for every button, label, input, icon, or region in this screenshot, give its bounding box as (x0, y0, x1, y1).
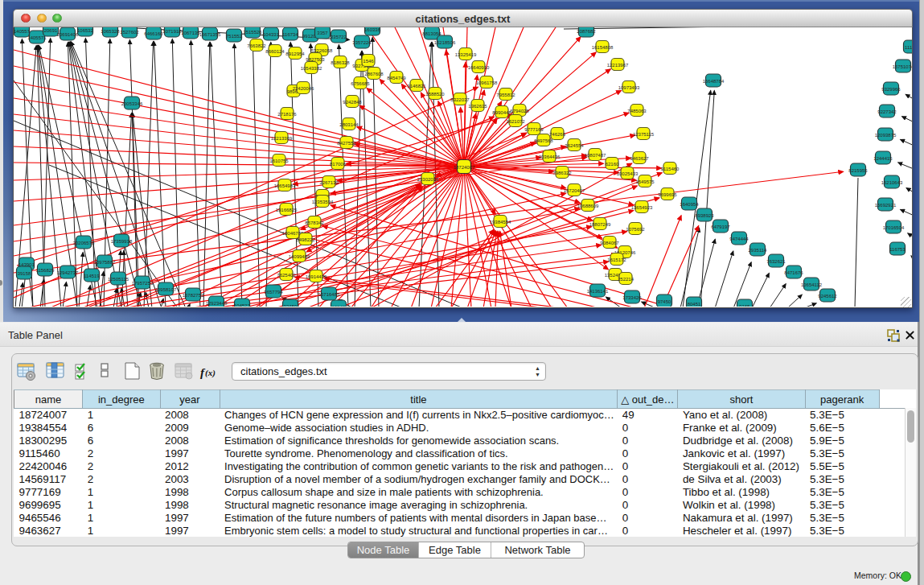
svg-text:2803144: 2803144 (339, 122, 359, 127)
svg-text:140557: 140557 (14, 29, 31, 34)
svg-text:11175: 11175 (905, 45, 912, 50)
svg-text:92450: 92450 (284, 304, 298, 307)
svg-text:15218506: 15218506 (434, 40, 456, 45)
svg-text:20206578: 20206578 (73, 241, 95, 245)
svg-text:9827503: 9827503 (306, 57, 325, 62)
svg-text:6479197: 6479197 (711, 225, 730, 229)
svg-text:1071918: 1071918 (162, 29, 182, 34)
svg-text:8427552: 8427552 (337, 141, 356, 146)
svg-text:2935114: 2935114 (749, 248, 768, 253)
svg-text:16640910: 16640910 (468, 65, 490, 70)
svg-text:12375115: 12375115 (633, 132, 655, 137)
svg-text:2087682: 2087682 (577, 29, 596, 34)
svg-text:20364436: 20364436 (539, 154, 561, 159)
svg-text:1362615: 1362615 (468, 104, 487, 109)
svg-text:12923448: 12923448 (206, 301, 228, 306)
svg-text:7625402: 7625402 (277, 273, 296, 278)
svg-text:252214: 252214 (618, 277, 634, 282)
svg-text:14099489: 14099489 (289, 254, 310, 259)
svg-text:8813054: 8813054 (422, 31, 441, 36)
svg-text:9115460: 9115460 (661, 167, 680, 171)
svg-text:1733426: 1733426 (622, 295, 642, 300)
svg-text:18724007: 18724007 (454, 165, 475, 170)
svg-text:10807487: 10807487 (585, 153, 606, 158)
svg-text:8990448: 8990448 (492, 110, 511, 115)
svg-text:1075692: 1075692 (626, 227, 645, 232)
svg-text:10654983: 10654983 (274, 183, 296, 188)
svg-text:16914479: 16914479 (306, 274, 327, 279)
svg-text:9777169: 9777169 (524, 127, 544, 132)
svg-text:7663822: 7663822 (247, 43, 266, 48)
svg-text:9245612: 9245612 (818, 294, 837, 299)
svg-text:116734: 116734 (282, 32, 298, 37)
svg-text:10025433: 10025433 (617, 171, 639, 176)
svg-text:15751074: 15751074 (893, 64, 912, 69)
svg-text:22420046: 22420046 (293, 86, 314, 91)
svg-text:8938923: 8938923 (695, 213, 714, 218)
svg-text:10973493: 10973493 (618, 85, 640, 90)
svg-text:17016504: 17016504 (883, 225, 905, 230)
svg-text:3624554: 3624554 (565, 143, 584, 148)
svg-text:1640954: 1640954 (680, 202, 699, 207)
svg-text:5498222: 5498222 (296, 237, 315, 242)
svg-text:17957253: 17957253 (132, 281, 154, 286)
svg-text:751552: 751552 (226, 34, 243, 39)
svg-text:6794028: 6794028 (510, 109, 529, 113)
svg-text:16648784: 16648784 (703, 79, 725, 84)
svg-text:17359938: 17359938 (111, 239, 133, 244)
svg-text:8454749: 8454749 (387, 76, 406, 80)
svg-text:10958107: 10958107 (155, 287, 177, 292)
svg-text:1244415: 1244415 (873, 156, 893, 161)
svg-text:12505115: 12505115 (108, 277, 129, 282)
svg-text:104522: 104522 (234, 303, 251, 307)
svg-text:1549575: 1549575 (635, 179, 655, 184)
svg-text:9084067: 9084067 (600, 241, 619, 245)
svg-text:8471676: 8471676 (784, 270, 803, 275)
svg-text:10543382: 10543382 (301, 66, 322, 71)
svg-text:1546: 1546 (363, 59, 374, 64)
svg-text:12093875: 12093875 (875, 133, 897, 138)
svg-text:3357224: 3357224 (352, 40, 372, 45)
svg-text:9657794: 9657794 (264, 290, 283, 295)
svg-text:2718176: 2718176 (277, 112, 297, 117)
svg-text:7955812: 7955812 (496, 93, 515, 97)
svg-text:1610755: 1610755 (269, 159, 289, 163)
svg-text:114519: 114519 (84, 274, 100, 278)
svg-text:10654112: 10654112 (801, 282, 823, 287)
svg-text:15720407: 15720407 (564, 188, 585, 193)
svg-text:7515526: 7515526 (243, 30, 262, 35)
svg-text:8912954: 8912954 (285, 51, 305, 56)
svg-text:6466160: 6466160 (144, 31, 163, 36)
svg-text:16210643: 16210643 (881, 180, 903, 185)
svg-text:15692921: 15692921 (875, 203, 897, 208)
svg-text:3357: 3357 (317, 31, 328, 35)
svg-text:10688609: 10688609 (577, 204, 599, 208)
svg-text:12942737: 12942737 (57, 270, 79, 275)
svg-text:1621072: 1621072 (506, 119, 525, 124)
svg-text:62160: 62160 (606, 162, 619, 167)
svg-text:8578342: 8578342 (305, 220, 324, 225)
svg-text:20691: 20691 (44, 28, 58, 33)
svg-text:1067135: 1067135 (181, 31, 200, 35)
svg-text:8322037: 8322037 (450, 97, 470, 102)
svg-text:19166825: 19166825 (276, 208, 298, 212)
svg-text:19384554: 19384554 (490, 220, 511, 225)
svg-text:13325419: 13325419 (455, 52, 477, 57)
svg-text:106532: 106532 (77, 28, 94, 33)
svg-text:12213369: 12213369 (271, 136, 293, 141)
svg-text:80451: 80451 (688, 302, 701, 307)
svg-text:39158: 39158 (18, 271, 31, 276)
svg-text:160338: 160338 (364, 27, 381, 32)
svg-text:1588520: 1588520 (425, 92, 445, 97)
svg-text:9474444: 9474444 (729, 237, 749, 241)
svg-text:6756685: 6756685 (351, 81, 370, 86)
svg-text:9463627: 9463627 (630, 156, 649, 161)
svg-text:12353594: 12353594 (312, 200, 334, 204)
svg-text:(x): (x) (205, 368, 216, 378)
svg-text:10961758: 10961758 (476, 80, 498, 85)
svg-text:14136141: 14136141 (587, 289, 609, 294)
svg-text:13654923: 13654923 (631, 205, 653, 210)
svg-text:18807249: 18807249 (589, 222, 611, 227)
svg-text:1156829: 1156829 (36, 268, 55, 273)
svg-text:1065328: 1065328 (101, 29, 120, 34)
